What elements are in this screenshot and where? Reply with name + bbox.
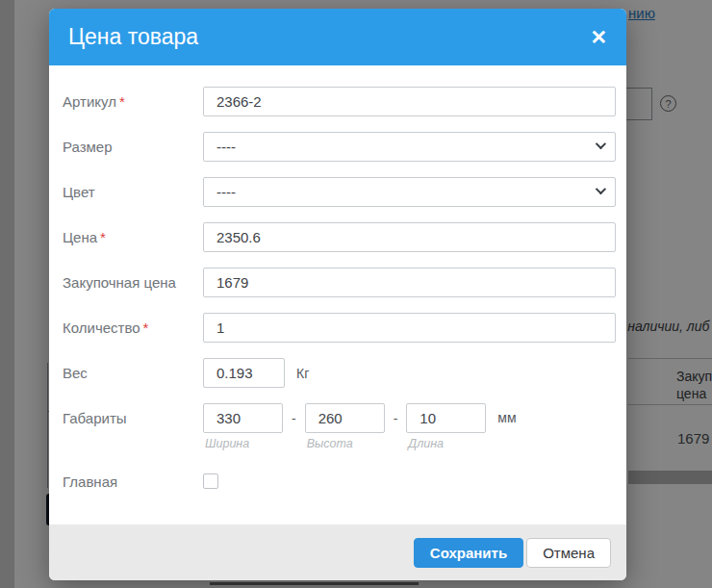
size-select[interactable]: ---- (203, 132, 616, 162)
field-row-purchase-price: Закупочная цена (63, 268, 616, 297)
dimensions-unit: мм (497, 410, 516, 425)
quantity-input[interactable] (203, 313, 616, 343)
price-input[interactable] (203, 222, 616, 252)
main-checkbox[interactable] (203, 473, 218, 489)
weight-input[interactable] (203, 358, 285, 388)
required-mark: * (119, 93, 125, 110)
save-button[interactable]: Сохранить (414, 538, 523, 568)
weight-label: Вес (63, 358, 203, 388)
articul-label: Артикул* (63, 87, 203, 116)
dimension-width-input[interactable] (203, 403, 283, 433)
dimension-separator: - (394, 411, 398, 426)
cancel-button[interactable]: Отмена (526, 538, 611, 568)
field-row-main: Главная (63, 467, 616, 493)
dimensions-label: Габариты (63, 403, 203, 450)
dimension-width-hint: Ширина (205, 437, 283, 450)
color-label: Цвет (63, 177, 203, 207)
field-row-articul: Артикул* (63, 87, 616, 116)
price-label-text: Цена (63, 229, 97, 245)
purchase-price-label: Закупочная цена (63, 268, 203, 297)
modal-footer: Сохранить Отмена (49, 524, 626, 580)
product-price-modal: Цена товара ✕ Артикул* Размер ---- (49, 9, 626, 580)
articul-label-text: Артикул (63, 93, 116, 110)
screen: нию ? в наличии, либ Закуп цена 1679 Цен… (0, 0, 712, 588)
dimension-height-input[interactable] (305, 403, 385, 433)
dimension-length-hint: Длина (408, 437, 486, 450)
quantity-label-text: Количество (63, 320, 140, 336)
color-select[interactable]: ---- (203, 177, 616, 207)
modal-body: Артикул* Размер ---- Цвет (49, 65, 626, 524)
size-label: Размер (63, 132, 203, 162)
modal-title: Цена товара (68, 24, 198, 50)
field-row-dimensions: Габариты Ширина - Высота - Длина (63, 403, 616, 450)
close-icon[interactable]: ✕ (590, 27, 607, 47)
purchase-price-input[interactable] (203, 268, 616, 297)
dimension-height-hint: Высота (307, 437, 385, 450)
field-row-size: Размер ---- (63, 132, 616, 162)
required-mark: * (100, 229, 106, 245)
price-label: Цена* (63, 222, 203, 252)
modal-header: Цена товара ✕ (49, 9, 626, 65)
dimension-length-input[interactable] (406, 403, 486, 433)
dimension-separator: - (292, 411, 296, 426)
required-mark: * (143, 320, 149, 336)
articul-input[interactable] (203, 87, 616, 116)
field-row-color: Цвет ---- (63, 177, 616, 207)
field-row-weight: Вес Кг (63, 358, 616, 388)
field-row-price: Цена* (63, 222, 616, 252)
quantity-label: Количество* (63, 313, 203, 343)
field-row-quantity: Количество* (63, 313, 616, 343)
weight-unit: Кг (296, 366, 309, 381)
main-label: Главная (63, 467, 203, 493)
